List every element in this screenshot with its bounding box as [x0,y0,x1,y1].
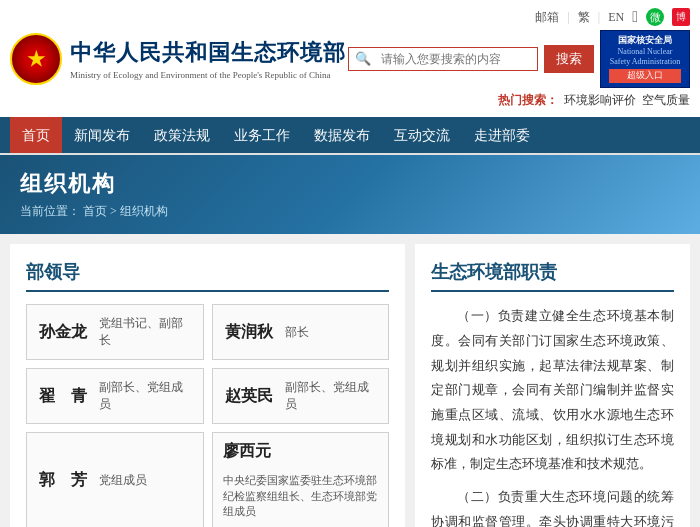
left-panel: 部领导 孙金龙 党组书记、副部长 黄润秋 部长 翟 青 副部长、党组成员 赵英民… [10,244,405,527]
national-badge-text: 国家核安全局 [609,35,681,47]
right-section-title: 生态环境部职责 [431,260,674,292]
official-title-2: 副部长、党组成员 [99,379,191,413]
official-card-5: 廖西元 中央纪委国家监委驻生态环境部纪检监察组组长、生态环境部党组成员 [212,432,390,527]
logo-en-text: Ministry of Ecology and Environment of t… [70,70,346,80]
logo-area: ★ 中华人民共和国生态环境部 Ministry of Ecology and E… [10,33,346,85]
officials-grid: 孙金龙 党组书记、副部长 黄润秋 部长 翟 青 副部长、党组成员 赵英民 副部长… [26,304,389,527]
wechat-button[interactable]: 微 [646,8,664,26]
national-badge-button[interactable]: 超级入口 [609,69,681,83]
official-name-4: 郭 芳 [39,470,87,491]
official-title-1: 部长 [285,324,309,341]
page-title: 组织机构 [20,169,680,199]
hot-search: 热门搜索： 环境影响评价 空气质量 [498,92,690,109]
search-icon: 🔍 [349,51,377,67]
breadcrumb-home[interactable]: 首页 [83,204,107,218]
wechat-icon[interactable]:  [632,8,638,26]
header: ★ 中华人民共和国生态环境部 Ministry of Ecology and E… [0,0,700,155]
breadcrumb: 当前位置： 首页 > 组织机构 [20,203,680,220]
weibo-button[interactable]: 博 [672,8,690,26]
right-para-0: （一）负责建立健全生态环境基本制度。会同有关部门订国家生态环境政策、规划并组织实… [431,304,674,477]
page-banner: 组织机构 当前位置： 首页 > 组织机构 [0,155,700,234]
official-card-2: 翟 青 副部长、党组成员 [26,368,204,424]
simple-link[interactable]: 繁 [578,9,590,26]
official-name-5: 廖西元 [223,441,271,462]
national-badge-sub: National Nuclear Safety Administration [609,47,681,68]
right-content: （一）负责建立健全生态环境基本制度。会同有关部门订国家生态环境政策、规划并组织实… [431,304,674,527]
nav-data[interactable]: 数据发布 [302,117,382,153]
nav-policy[interactable]: 政策法规 [142,117,222,153]
hot-link-1[interactable]: 空气质量 [642,92,690,109]
nav-bar: 首页 新闻发布 政策法规 业务工作 数据发布 互动交流 走进部委 [0,117,700,153]
logo-emblem: ★ [10,33,62,85]
mailbox-link[interactable]: 邮箱 [535,9,559,26]
official-card-0: 孙金龙 党组书记、副部长 [26,304,204,360]
nav-home[interactable]: 首页 [10,117,62,153]
breadcrumb-label: 当前位置： [20,204,80,218]
official-desc-5: 中央纪委国家监委驻生态环境部纪检监察组组长、生态环境部党组成员 [223,473,379,519]
search-button[interactable]: 搜索 [544,45,594,73]
dept-leaders-title: 部领导 [26,260,389,292]
official-title-0: 党组书记、副部长 [99,315,191,349]
official-title-3: 副部长、党组成员 [285,379,377,413]
logo-text: 中华人民共和国生态环境部 Ministry of Ecology and Env… [70,38,346,80]
official-card-4: 郭 芳 党组成员 [26,432,204,527]
nav-about[interactable]: 走进部委 [462,117,542,153]
logo-cn-text: 中华人民共和国生态环境部 [70,38,346,68]
national-badge: 国家核安全局 National Nuclear Safety Administr… [600,30,690,88]
official-name-2: 翟 青 [39,386,87,407]
right-para-1: （二）负责重大生态环境问题的统筹协调和监督管理。牵头协调重特大环境污染事故和生态… [431,485,674,527]
nav-news[interactable]: 新闻发布 [62,117,142,153]
main-layout: 部领导 孙金龙 党组书记、副部长 黄润秋 部长 翟 青 副部长、党组成员 赵英民… [0,234,700,527]
breadcrumb-current: 组织机构 [120,204,168,218]
hot-search-label: 热门搜索： [498,92,558,109]
official-title-4: 党组成员 [99,472,147,489]
nav-business[interactable]: 业务工作 [222,117,302,153]
en-link[interactable]: EN [608,10,624,25]
official-card-3: 赵英民 副部长、党组成员 [212,368,390,424]
search-input[interactable] [377,48,537,70]
header-right: 邮箱 | 繁 | EN  微 博 🔍 搜索 国家核安全局 [348,8,690,109]
right-panel: 生态环境部职责 （一）负责建立健全生态环境基本制度。会同有关部门订国家生态环境政… [415,244,690,527]
search-row: 🔍 搜索 国家核安全局 National Nuclear Safety Admi… [348,30,690,88]
official-name-0: 孙金龙 [39,322,87,343]
top-links: 邮箱 | 繁 | EN  微 博 [535,8,690,26]
search-box: 🔍 [348,47,538,71]
nav-interactive[interactable]: 互动交流 [382,117,462,153]
official-card-1: 黄润秋 部长 [212,304,390,360]
official-name-3: 赵英民 [225,386,273,407]
official-name-1: 黄润秋 [225,322,273,343]
hot-link-0[interactable]: 环境影响评价 [564,92,636,109]
